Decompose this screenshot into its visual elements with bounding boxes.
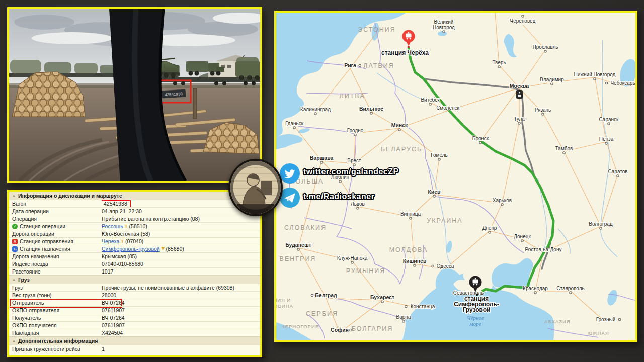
map-city-dot [381, 301, 383, 303]
section-title: Дополнительная информация [18, 337, 98, 345]
avatar [228, 159, 283, 216]
map-city-label: Бухарест [370, 294, 394, 300]
map-country-label: МОЛДОВА [389, 246, 428, 253]
telegram-icon[interactable] [280, 188, 300, 208]
table-row: Признак груженности рейса1 [9, 345, 260, 352]
map-city-label: Ростов-на-Дону [525, 247, 562, 252]
station-link[interactable]: Россошь [102, 223, 123, 230]
map-city-label: Грозный [596, 317, 616, 322]
map-city-label: Саранск [599, 117, 619, 122]
map-city-dot [350, 329, 352, 331]
map-city-dot [403, 320, 405, 322]
map-city-dot [489, 231, 491, 233]
map-city-label: Рига [344, 62, 356, 68]
map-city-label: Будапешт [285, 242, 311, 248]
map-city-label: Львов [351, 201, 365, 207]
map-country-label: СЕРБИЯ [306, 310, 338, 317]
map-country-label: ЧЕРНОГОРИЯ [281, 324, 319, 329]
map-city-label: Минск [391, 122, 408, 128]
map-city-dot [353, 164, 355, 166]
twitter-icon[interactable] [280, 163, 300, 184]
map-country-label: ЛИТВА [339, 93, 365, 100]
map-city-label: Одесса [437, 263, 454, 269]
map-country-label: ЮЖНАЯ [587, 330, 609, 336]
map-city-label: Великий [434, 19, 454, 25]
destination-station-label-3: Грузовой [463, 306, 491, 313]
twitter-handle[interactable]: twitter.com/galandecZP [303, 167, 399, 176]
moscow-poi-icon[interactable] [516, 90, 523, 99]
semaphore-icon: Ŧ [162, 245, 165, 252]
table-section-header[interactable]: ▲Дополнительная информация [9, 336, 260, 345]
map-city-label: Гродно [347, 128, 364, 133]
map-city-label: Владимир [540, 77, 564, 82]
map-city-label: Смоленск [436, 105, 459, 111]
telegram-handle[interactable]: t.me/Radioskaner [303, 192, 374, 201]
map-city-dot [551, 83, 553, 85]
map-city-dot [563, 152, 565, 154]
photo-scene: 42541938 [9, 9, 260, 181]
map-country-label: СЛОВАКИЯ [284, 224, 327, 231]
map-city-label: Ярославль [533, 44, 558, 50]
map-city-label: Пенза [599, 136, 614, 142]
map-city-dot [354, 134, 356, 136]
table-row: ОКПО получателя07611907 [9, 321, 260, 329]
map-city-label: Брянск [472, 136, 489, 141]
table-row: Дорога назначенияКрымская (85) [9, 252, 260, 260]
table-row: Вагон42541938 [9, 200, 260, 207]
map-country-label: ЕГОВИНА [276, 303, 293, 309]
map-country-label: ВЕНГРИЯ [280, 255, 316, 262]
map-city-dot [433, 195, 435, 197]
map-city-label: Краснодар [523, 286, 548, 291]
map-city-dot [542, 113, 544, 115]
map-city-dot [617, 175, 619, 177]
map-country-label: СНИЯ И [276, 297, 291, 303]
map-city-label: Череповец [510, 18, 536, 24]
section-title: Груз [18, 276, 30, 284]
map-city-label: Тамбов [555, 146, 573, 151]
table-section-header[interactable]: ▲Информация о дислокации и маршруте [9, 192, 260, 200]
map-city-dot [605, 142, 607, 144]
map-city-label: Гомель [431, 152, 447, 158]
collapse-icon: ▲ [12, 337, 16, 345]
map-city-dot [498, 66, 500, 68]
map-city-label: Клуж-Напока [337, 255, 368, 261]
map-city-dot [570, 292, 572, 294]
map-city-dot [405, 305, 407, 307]
map-city-label: Винница [400, 211, 421, 217]
map-city-label: Тула [514, 116, 525, 122]
collapse-icon: ▲ [12, 276, 16, 284]
map-city-dot [339, 180, 341, 183]
table-section-header[interactable]: ▲Груз [9, 275, 260, 284]
map-city-dot [410, 217, 412, 219]
map-city-label: Белград [315, 292, 337, 298]
map-country-label: ЛАТВИЯ [363, 62, 394, 69]
map-city-label: Варна [396, 314, 411, 320]
map-city-label: Вильнюс [359, 106, 383, 112]
map-city-dot [429, 103, 431, 105]
map-city-label: Витебск [421, 97, 440, 103]
map-country-label: УКРАИНА [427, 217, 462, 224]
table-row: AСтанция отправленияЧерехаŦ(07040) [9, 237, 260, 245]
map-city-label: Киев [428, 189, 441, 195]
map-city-dot [518, 122, 520, 124]
map-city-dot [594, 78, 596, 80]
map-city-dot [359, 64, 361, 66]
map-city-dot [618, 318, 620, 320]
map-city-dot [501, 204, 503, 206]
map-city-label: Рязань [535, 107, 551, 113]
map-city-dot [414, 264, 416, 266]
wooden-post [193, 88, 197, 119]
map-city-label: Донецк [514, 234, 531, 239]
map-city-dot [357, 207, 359, 209]
table-row-sender-highlighted: ОтправительВЧ 07264 [9, 299, 260, 306]
map-city-dot [314, 113, 316, 115]
table-row: Вес груза (тонн)28000 [9, 291, 260, 299]
map-city-label: Ставрополь [556, 286, 585, 291]
map-city-label: Кишинёв [403, 258, 427, 264]
map-city-label: Варшава [310, 155, 334, 161]
map-city-label: Новгород [433, 25, 455, 30]
map-city-dot [608, 123, 610, 125]
station-link[interactable]: Симферополь-грузовой [102, 245, 160, 252]
station-link[interactable]: Череха [102, 238, 119, 245]
map-city-dot [521, 240, 523, 242]
